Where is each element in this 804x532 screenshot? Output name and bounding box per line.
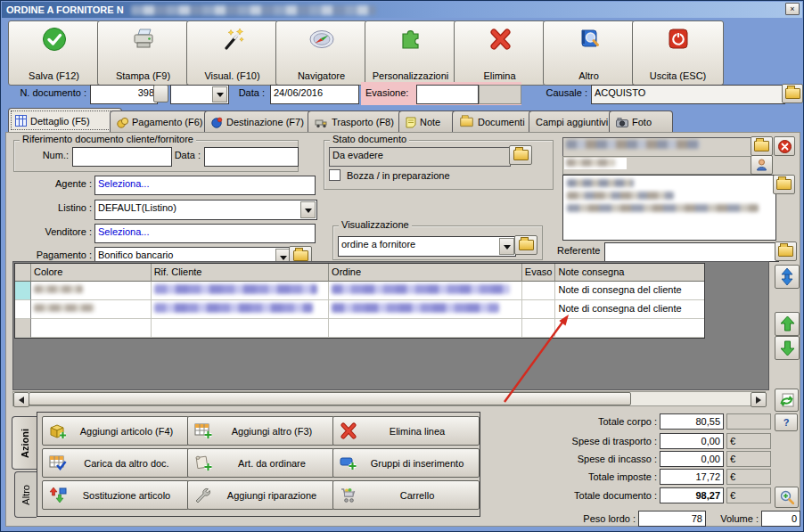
- visualizzazione-folder-button[interactable]: [514, 235, 537, 255]
- tab-trasporto[interactable]: Trasporto (F8): [308, 110, 411, 133]
- pagamento-label: Pagamento :: [13, 250, 92, 260]
- fornitore-field[interactable]: [562, 137, 755, 157]
- row-selector-cell[interactable]: [15, 300, 31, 319]
- causale-folder-button[interactable]: [782, 84, 803, 103]
- scroll-left-arrow[interactable]: [13, 392, 29, 407]
- tab-pagamento[interactable]: Pagamento (F6): [110, 110, 217, 133]
- row-selector-cell[interactable]: [15, 282, 31, 300]
- col-rif-cliente[interactable]: Rif. Cliente: [152, 264, 329, 282]
- gruppi-di-inserimento-button[interactable]: Gruppi di inserimento: [332, 448, 480, 478]
- chevron-down-icon[interactable]: [499, 238, 514, 255]
- col-ordine[interactable]: Ordine: [329, 264, 521, 282]
- delete-button[interactable]: Elimina: [454, 20, 546, 86]
- totale-corpo-value[interactable]: 80,55: [660, 413, 724, 430]
- totale-documento-currency: €: [726, 487, 771, 503]
- tab-campi-aggiuntivi[interactable]: Campi aggiuntivi: [529, 110, 621, 133]
- horizontal-scrollbar[interactable]: [12, 391, 766, 406]
- chevron-down-icon[interactable]: [212, 86, 227, 102]
- tab-destinazione[interactable]: Destinazione (F7): [204, 110, 320, 133]
- spese-trasporto-value[interactable]: 0,00: [660, 433, 724, 449]
- address-folder-button[interactable]: [773, 175, 795, 194]
- listino-dropdown[interactable]: DEFAULT(Listino): [94, 200, 317, 220]
- personalizations-button[interactable]: Personalizzazioni: [365, 20, 456, 86]
- exit-button[interactable]: Uscita (ESC): [632, 20, 724, 86]
- aggiungi-altro-button[interactable]: Aggiungi altro (F3): [187, 416, 334, 446]
- aggiungi-riparazione-button[interactable]: Aggiungi riparazione: [187, 480, 334, 510]
- fornitore-address-box[interactable]: [562, 175, 776, 241]
- carrello-button[interactable]: Carrello: [332, 480, 480, 510]
- bozza-checkbox[interactable]: [329, 169, 340, 181]
- contact-person-button[interactable]: [751, 155, 773, 175]
- save-button[interactable]: Salva (F12): [8, 20, 100, 86]
- fornitore-code-field[interactable]: [562, 156, 755, 175]
- note-consegna-cell: Note di consegna del cliente: [555, 282, 704, 300]
- referente-label: Referente: [557, 245, 600, 256]
- aggiungi-articolo-button[interactable]: Aggiungi articolo (F4): [42, 416, 189, 446]
- totale-corpo-label: Totale corpo :: [500, 416, 657, 427]
- spese-incasso-currency: €: [726, 451, 771, 467]
- other-button[interactable]: Altro: [543, 20, 635, 86]
- refresh-button[interactable]: [775, 389, 799, 412]
- folder-icon: [778, 246, 793, 257]
- evasione-input[interactable]: [416, 85, 479, 104]
- col-note-consegna[interactable]: Note consegna: [555, 264, 704, 282]
- fornitore-clear-button[interactable]: [774, 136, 795, 156]
- elimina-linea-button[interactable]: Elimina linea: [332, 416, 480, 446]
- scroll-right-arrow[interactable]: [751, 392, 767, 407]
- group-add-icon: [340, 454, 357, 471]
- stato-field[interactable]: Da evadere: [329, 147, 511, 167]
- zoom-totals-button[interactable]: [775, 487, 799, 508]
- venditore-field[interactable]: Seleziona...: [94, 224, 316, 243]
- peso-lordo-value[interactable]: 78: [638, 511, 706, 527]
- navigator-button[interactable]: Navigatore: [275, 20, 367, 86]
- visual-button[interactable]: Visual. (F10): [186, 20, 278, 86]
- volume-value[interactable]: 0: [761, 511, 800, 527]
- ndoc-series-dropdown[interactable]: [170, 85, 229, 104]
- referente-folder-button[interactable]: [775, 241, 797, 261]
- tab-dettaglio[interactable]: Dettaglio (F5): [8, 108, 122, 133]
- col-rowselector[interactable]: [15, 264, 31, 282]
- close-icon[interactable]: ×: [785, 3, 800, 15]
- causale-field[interactable]: ACQUISTO: [591, 85, 785, 104]
- agente-field[interactable]: Seleziona...: [94, 176, 316, 195]
- table-row[interactable]: Note di consegna del cliente: [15, 300, 704, 319]
- row-selector-cell[interactable]: [15, 319, 31, 338]
- spese-incasso-value[interactable]: 0,00: [660, 451, 724, 467]
- folder-icon: [776, 179, 792, 190]
- fornitore-folder-button[interactable]: [751, 136, 773, 156]
- row-up-button[interactable]: [775, 312, 800, 336]
- table-row[interactable]: Note di consegna del cliente: [15, 282, 704, 300]
- ndoc-input[interactable]: 398: [90, 85, 158, 104]
- art-da-ordinare-button[interactable]: Art. da ordinare: [187, 448, 334, 478]
- row-down-button[interactable]: [775, 336, 800, 360]
- redacted-address-line: [567, 204, 759, 212]
- referente-input[interactable]: [604, 242, 779, 262]
- table-header-row: Colore Rif. Cliente Ordine Evaso Note co…: [15, 264, 704, 282]
- totale-corpo-currency: [726, 413, 771, 430]
- col-colore[interactable]: Colore: [31, 264, 152, 282]
- stato-folder-button[interactable]: [509, 145, 532, 165]
- date-input[interactable]: 24/06/2016: [270, 85, 359, 104]
- print-button[interactable]: Stampa (F9): [97, 20, 189, 86]
- carica-da-altro-doc-button[interactable]: Carica da altro doc.: [42, 448, 189, 478]
- totale-documento-value[interactable]: 98,27: [660, 487, 724, 503]
- tab-azioni[interactable]: Azioni: [12, 416, 37, 470]
- tab-foto[interactable]: Foto: [609, 110, 673, 133]
- totale-imposte-value[interactable]: 17,72: [660, 469, 724, 485]
- window: ORDINE A FORNITORE N × Salva (F12) Stamp…: [0, 0, 804, 532]
- rif-data-input[interactable]: [204, 147, 299, 167]
- sostituzione-articolo-button[interactable]: Sostituzione articolo: [42, 480, 189, 510]
- ndoc-small-button[interactable]: [153, 85, 168, 102]
- scrollbar-thumb[interactable]: [29, 392, 631, 405]
- move-row-button[interactable]: [775, 265, 800, 289]
- rif-num-input[interactable]: [72, 147, 172, 167]
- col-evaso[interactable]: Evaso: [522, 264, 556, 282]
- tab-documenti[interactable]: Documenti: [452, 110, 541, 133]
- title-bar: ORDINE A FORNITORE N: [2, 2, 802, 18]
- tab-altro[interactable]: Altro: [14, 471, 37, 518]
- visualizzazione-group-title: Visualizzazione: [339, 219, 412, 230]
- table-row-empty[interactable]: [15, 319, 704, 338]
- chevron-down-icon[interactable]: [300, 201, 316, 218]
- help-button[interactable]: ?: [775, 413, 798, 431]
- visualizzazione-dropdown[interactable]: ordine a fornitore: [338, 236, 516, 257]
